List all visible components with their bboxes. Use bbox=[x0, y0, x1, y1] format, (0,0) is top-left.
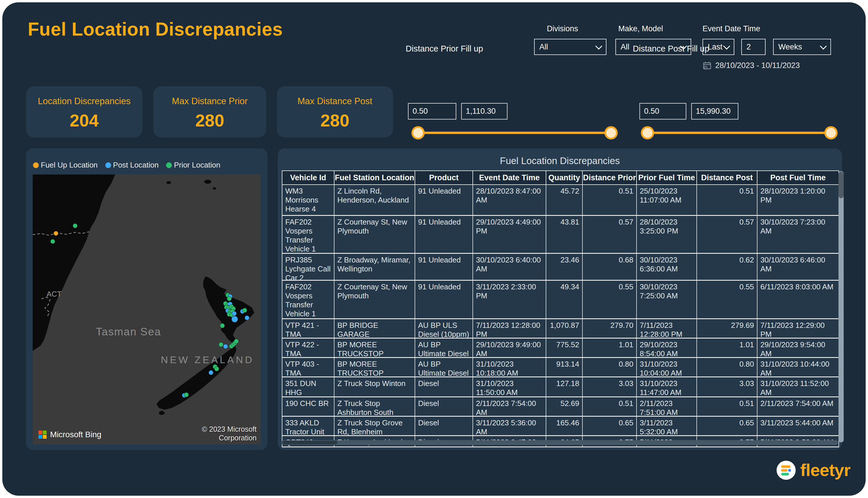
horizontal-scrollbar-thumb[interactable] bbox=[282, 441, 337, 444]
table-cell: Diesel bbox=[415, 397, 473, 416]
distance-prior-slider-track[interactable] bbox=[418, 132, 611, 134]
table-cell: Diesel bbox=[415, 377, 473, 396]
table-cell: 29/10/2023 9:49:00 AM bbox=[473, 339, 546, 357]
table-cell: 2/11/2023 7:51:00 AM bbox=[637, 397, 697, 416]
make-model-label: Make, Model bbox=[618, 24, 663, 33]
horizontal-scrollbar[interactable] bbox=[281, 440, 838, 445]
distance-prior-max-input[interactable]: 1,110.30 bbox=[461, 103, 508, 119]
table-cell: VTP 421 - TMA bbox=[282, 319, 334, 338]
prior-location-dot bbox=[242, 308, 247, 313]
table-cell: 0.57 bbox=[583, 216, 637, 253]
prior-location-dot bbox=[227, 296, 232, 301]
chevron-down-icon bbox=[820, 42, 827, 50]
table-cell: 30/10/2023 7:23:00 AM bbox=[758, 216, 839, 253]
table-cell: 3.03 bbox=[583, 377, 637, 396]
vertical-scrollbar[interactable] bbox=[839, 171, 844, 443]
divisions-value: All bbox=[539, 42, 548, 52]
table-cell: 30/10/2023 6:36:00 AM bbox=[637, 254, 697, 280]
table-cell: 31/10/2023 11:52:00 AM bbox=[758, 377, 839, 396]
table-cell: 351 DUN HHG bbox=[282, 377, 334, 396]
column-header[interactable]: Product bbox=[415, 171, 473, 184]
table-row[interactable]: VTP 422 - TMABP MOREE TRUCKSTOPAU BP Ult… bbox=[282, 339, 839, 358]
table-cell: 3/11/2023 5:32:00 AM bbox=[637, 417, 697, 435]
distance-post-slider-track[interactable] bbox=[647, 132, 831, 134]
column-header[interactable]: Event Date Time bbox=[473, 171, 546, 184]
relative-date-unit-dropdown[interactable]: Weeks bbox=[773, 39, 831, 55]
table-cell: 190 CHC BR bbox=[282, 397, 334, 416]
distance-post-slider-handle-min[interactable] bbox=[641, 126, 654, 140]
kpi-value: 280 bbox=[277, 110, 393, 131]
table-cell: Z Broadway, Miramar, Wellington bbox=[334, 254, 415, 280]
table-cell: BP MOREE TRUCKSTOP bbox=[334, 339, 415, 357]
distance-post-max-value: 15,990.30 bbox=[696, 107, 731, 116]
table-cell: 0.80 bbox=[583, 358, 637, 377]
table-cell: 31/10/2023 10:18:00 AM bbox=[473, 358, 546, 377]
table-row[interactable]: 351 DUN HHGZ Truck Stop WintonDiesel31/1… bbox=[282, 377, 839, 397]
column-header[interactable]: Vehicle Id bbox=[282, 171, 334, 184]
column-header[interactable]: Distance Prior bbox=[583, 171, 637, 184]
table-cell: 0.55 bbox=[697, 281, 758, 318]
distance-prior-slider-handle-max[interactable] bbox=[604, 126, 618, 140]
distance-prior-min-value: 0.50 bbox=[412, 107, 428, 116]
column-header[interactable]: Distance Post bbox=[697, 171, 758, 184]
divisions-dropdown[interactable]: All bbox=[534, 39, 606, 55]
fuel-discrepancies-table: Vehicle IdFuel Station LocationProductEv… bbox=[282, 170, 839, 447]
column-header[interactable]: Fuel Station Location bbox=[334, 171, 415, 184]
table-row[interactable]: FAF202 Vospers Transfer Vehicle 1Z Court… bbox=[282, 216, 839, 254]
column-header[interactable]: Post Fuel Time bbox=[758, 171, 839, 184]
map-legend: Fuel Up Location Post Location Prior Loc… bbox=[33, 161, 221, 170]
table-cell: 0.65 bbox=[697, 417, 758, 435]
prior-location-dot bbox=[214, 367, 219, 371]
bing-brand-label: Microsoft Bing bbox=[50, 430, 101, 439]
table-row[interactable]: PRJ385 Lychgate Call Car 2Z Broadway, Mi… bbox=[282, 254, 839, 281]
table-row[interactable]: FAF202 Vospers Transfer Vehicle 1Z Court… bbox=[282, 281, 839, 319]
distance-post-slider-label: Distance Post Fill up bbox=[633, 44, 709, 54]
table-cell: 31/10/2023 10:44:00 AM bbox=[758, 358, 839, 377]
table-cell: 91 Unleaded bbox=[415, 216, 473, 253]
vertical-scrollbar-thumb[interactable] bbox=[839, 172, 844, 198]
table-header-row: Vehicle IdFuel Station LocationProductEv… bbox=[282, 170, 839, 185]
column-header[interactable]: Prior Fuel Time bbox=[637, 171, 697, 184]
distance-post-min-input[interactable]: 0.50 bbox=[640, 103, 686, 119]
table-cell: AU BP Ultimate Diesel bbox=[415, 358, 473, 377]
table-row[interactable]: 190 CHC BRZ Truck Stop Ashburton SouthDi… bbox=[282, 397, 839, 417]
table-row[interactable]: WM3 Morrisons Hearse 4Z Lincoln Rd, Hend… bbox=[282, 185, 839, 216]
table-cell: VTP 422 - TMA bbox=[282, 339, 334, 357]
table-cell: Z Courtenay St, New Plymouth bbox=[334, 216, 415, 253]
table-cell: 775.52 bbox=[546, 339, 583, 357]
kpi-value: 280 bbox=[153, 110, 266, 131]
table-body: WM3 Morrisons Hearse 4Z Lincoln Rd, Hend… bbox=[282, 185, 839, 447]
post-location-dot-icon bbox=[105, 162, 111, 168]
column-header[interactable]: Quantity bbox=[546, 171, 583, 184]
table-cell: 28/10/2023 1:20:00 PM bbox=[758, 185, 839, 215]
divisions-label: Divisions bbox=[547, 24, 578, 33]
make-model-value: All bbox=[621, 42, 629, 52]
table-cell: 165.46 bbox=[546, 417, 583, 435]
table-row[interactable]: 333 AKLD Tractor UnitZ Truck Stop Grove … bbox=[282, 417, 839, 436]
post-location-dot bbox=[232, 316, 238, 322]
relative-date-number-input[interactable]: 2 bbox=[741, 39, 766, 55]
distance-prior-slider-handle-min[interactable] bbox=[411, 126, 425, 140]
table-panel: Fuel Location Discrepancies Vehicle IdFu… bbox=[278, 148, 842, 450]
microsoft-logo-icon bbox=[39, 431, 47, 439]
table-cell: 3/11/2023 5:36:00 AM bbox=[473, 417, 546, 435]
prior-location-dot-icon bbox=[166, 162, 172, 168]
table-cell: 31/10/2023 11:47:00 AM bbox=[637, 377, 697, 396]
distance-post-slider-handle-max[interactable] bbox=[824, 126, 838, 140]
post-location-dot bbox=[245, 315, 249, 320]
kpi-max-distance-prior: Max Distance Prior 280 bbox=[153, 86, 266, 137]
table-cell: 1,070.87 bbox=[546, 319, 583, 338]
table-row[interactable]: VTP 421 - TMABP BRIDGE GARAGE TRUCKSTOPA… bbox=[282, 319, 839, 339]
chevron-down-icon bbox=[595, 42, 602, 50]
map-panel: Fuel Up Location Post Location Prior Loc… bbox=[26, 148, 267, 450]
dashboard: Fuel Location Discrepancies Divisions Al… bbox=[2, 2, 866, 496]
table-row[interactable]: VTP 403 - TMABP MOREE TRUCKSTOPAU BP Ult… bbox=[282, 358, 839, 377]
distance-prior-min-input[interactable]: 0.50 bbox=[408, 103, 456, 119]
distance-post-max-input[interactable]: 15,990.30 bbox=[691, 103, 738, 119]
table-cell: Z Lincoln Rd, Henderson, Auckland bbox=[334, 185, 415, 215]
bing-map[interactable]: ACT Tasman Sea NEW ZEALAND Microsoft Bin… bbox=[33, 174, 261, 444]
relative-date-unit-value: Weeks bbox=[778, 42, 802, 52]
table-cell: 1.01 bbox=[697, 339, 758, 357]
table-cell: 49.34 bbox=[546, 281, 583, 318]
fleetyr-logo-icon bbox=[777, 461, 795, 480]
